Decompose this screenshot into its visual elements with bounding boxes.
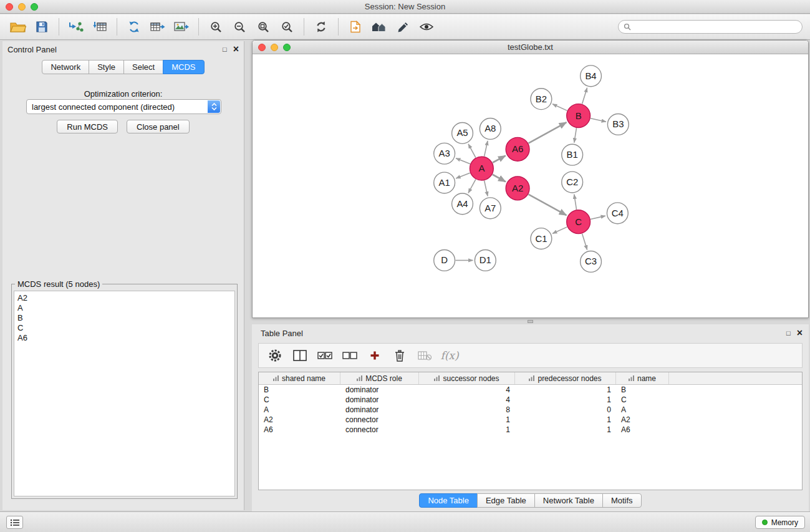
graph-node-B[interactable]: B bbox=[567, 104, 591, 128]
deselect-all-columns-button[interactable] bbox=[341, 347, 359, 364]
column-header-predecessor-nodes[interactable]: predecessor nodes bbox=[515, 372, 616, 384]
float-panel-icon[interactable]: □ bbox=[223, 46, 227, 53]
graph-node-A3[interactable]: A3 bbox=[434, 143, 455, 164]
graph-edge-C-C4[interactable] bbox=[591, 216, 605, 219]
graph-edge-A-A8[interactable] bbox=[485, 141, 488, 157]
table-row[interactable]: Bdominator41B bbox=[259, 385, 802, 395]
delete-column-button[interactable] bbox=[391, 347, 408, 364]
graph-edge-A-A3[interactable] bbox=[456, 158, 470, 164]
export-image-button[interactable] bbox=[170, 16, 193, 37]
table-row[interactable]: A2connector11A2 bbox=[259, 415, 802, 425]
save-session-button[interactable] bbox=[30, 16, 54, 37]
graph-node-A1[interactable]: A1 bbox=[434, 172, 455, 193]
export-table-button[interactable] bbox=[146, 16, 170, 37]
graph-node-A5[interactable]: A5 bbox=[452, 122, 473, 143]
graph-node-C2[interactable]: C2 bbox=[562, 172, 583, 193]
graph-node-B2[interactable]: B2 bbox=[531, 89, 552, 110]
graph-edge-A-A6[interactable] bbox=[493, 156, 506, 163]
search-field[interactable] bbox=[618, 20, 803, 34]
column-header-successor-nodes[interactable]: successor nodes bbox=[419, 372, 515, 384]
refresh-layout-button[interactable] bbox=[309, 16, 333, 37]
graph-edge-B-B2[interactable] bbox=[552, 104, 567, 111]
show-columns-button[interactable] bbox=[291, 347, 309, 364]
search-input[interactable] bbox=[634, 22, 797, 31]
tab-network[interactable]: Network bbox=[42, 60, 89, 74]
column-header-MCDS-role[interactable]: MCDS role bbox=[340, 372, 419, 384]
graph-node-A7[interactable]: A7 bbox=[480, 198, 501, 219]
add-column-button[interactable] bbox=[366, 347, 383, 364]
graph-node-D[interactable]: D bbox=[434, 250, 455, 271]
mcds-result-item[interactable]: C bbox=[17, 323, 231, 333]
graph-edge-A6-B[interactable] bbox=[529, 122, 567, 143]
optimization-criterion-select[interactable]: largest connected component (directed) bbox=[26, 99, 221, 114]
graph-edge-A-A4[interactable] bbox=[468, 180, 476, 193]
graph-node-A[interactable]: A bbox=[470, 157, 493, 180]
graph-node-B3[interactable]: B3 bbox=[607, 114, 629, 135]
export-network-button[interactable] bbox=[122, 16, 146, 37]
graph-edge-A-A5[interactable] bbox=[468, 144, 476, 158]
mcds-result-item[interactable]: A2 bbox=[17, 293, 231, 303]
close-window-button[interactable] bbox=[6, 3, 13, 11]
column-header-shared-name[interactable]: shared name bbox=[259, 372, 340, 384]
graph-node-C1[interactable]: C1 bbox=[531, 228, 552, 249]
table-settings-button[interactable] bbox=[266, 347, 284, 364]
graph-edge-A-A2[interactable] bbox=[493, 175, 506, 182]
network-canvas[interactable]: B4B2BB3A5A8A6B1A3AC2A1A2A4A7C4CC1C3DD1 bbox=[253, 55, 808, 317]
graph-edge-B-B1[interactable] bbox=[574, 128, 577, 142]
tab-edge-table[interactable]: Edge Table bbox=[477, 493, 535, 508]
open-session-button[interactable] bbox=[6, 16, 30, 37]
tab-node-table[interactable]: Node Table bbox=[419, 493, 478, 508]
graph-node-C[interactable]: C bbox=[567, 210, 591, 234]
delete-table-button[interactable] bbox=[416, 347, 433, 364]
graph-node-C4[interactable]: C4 bbox=[607, 203, 628, 224]
minimize-window-button[interactable] bbox=[18, 3, 26, 11]
tab-motifs[interactable]: Motifs bbox=[602, 493, 642, 508]
network-graph[interactable]: B4B2BB3A5A8A6B1A3AC2A1A2A4A7C4CC1C3DD1 bbox=[253, 55, 808, 317]
network-overview-button[interactable] bbox=[367, 16, 391, 37]
graphics-details-button[interactable] bbox=[391, 16, 415, 37]
function-builder-button[interactable]: f(x) bbox=[441, 347, 458, 364]
mcds-result-item[interactable]: A bbox=[17, 303, 231, 313]
tab-mcds[interactable]: MCDS bbox=[163, 60, 204, 74]
graph-node-A6[interactable]: A6 bbox=[506, 137, 529, 161]
network-window-titlebar[interactable]: testGlobe.txt bbox=[253, 41, 808, 54]
zoom-fit-button[interactable] bbox=[251, 16, 275, 37]
select-all-columns-button[interactable] bbox=[316, 347, 334, 364]
tab-select[interactable]: Select bbox=[123, 60, 163, 74]
graph-edge-C-C3[interactable] bbox=[582, 234, 587, 250]
import-table-button[interactable] bbox=[88, 16, 112, 37]
mcds-result-item[interactable]: A6 bbox=[17, 333, 231, 343]
graph-edge-B-B4[interactable] bbox=[582, 88, 587, 104]
show-hide-button[interactable] bbox=[415, 16, 438, 37]
graph-node-A2[interactable]: A2 bbox=[506, 177, 529, 200]
run-mcds-button[interactable]: Run MCDS bbox=[57, 120, 118, 133]
graph-node-C3[interactable]: C3 bbox=[581, 251, 602, 273]
graph-node-A4[interactable]: A4 bbox=[452, 193, 473, 215]
task-history-button[interactable] bbox=[6, 516, 23, 529]
graph-edge-B-B3[interactable] bbox=[591, 118, 606, 122]
memory-button[interactable]: Memory bbox=[755, 516, 805, 529]
column-header-name[interactable]: name bbox=[616, 372, 669, 384]
zoom-window-button[interactable] bbox=[31, 3, 38, 11]
graph-node-B1[interactable]: B1 bbox=[562, 144, 583, 165]
zoom-out-button[interactable] bbox=[228, 16, 251, 37]
graph-edge-A2-C[interactable] bbox=[529, 195, 567, 216]
close-table-panel-icon[interactable]: × bbox=[797, 328, 803, 338]
import-network-button[interactable] bbox=[64, 16, 88, 37]
graph-node-B4[interactable]: B4 bbox=[581, 65, 602, 87]
table-row[interactable]: A6connector11A6 bbox=[259, 425, 802, 435]
graph-edge-C-C2[interactable] bbox=[574, 195, 577, 210]
graph-edge-A-A1[interactable] bbox=[456, 173, 470, 178]
close-panel-icon[interactable]: × bbox=[233, 44, 239, 54]
close-network-button[interactable] bbox=[258, 44, 266, 51]
mcds-result-list[interactable]: A2ABCA6 bbox=[14, 291, 235, 496]
table-row[interactable]: Cdominator41C bbox=[259, 395, 802, 405]
tab-network-table[interactable]: Network Table bbox=[534, 493, 603, 508]
graph-node-A8[interactable]: A8 bbox=[480, 118, 501, 140]
zoom-in-button[interactable] bbox=[204, 16, 228, 37]
graph-node-D1[interactable]: D1 bbox=[475, 250, 496, 271]
zoom-selected-button[interactable] bbox=[275, 16, 299, 37]
split-pane-handle[interactable] bbox=[528, 320, 533, 323]
mcds-result-item[interactable]: B bbox=[17, 313, 231, 323]
graph-edge-C-C1[interactable] bbox=[552, 227, 567, 234]
